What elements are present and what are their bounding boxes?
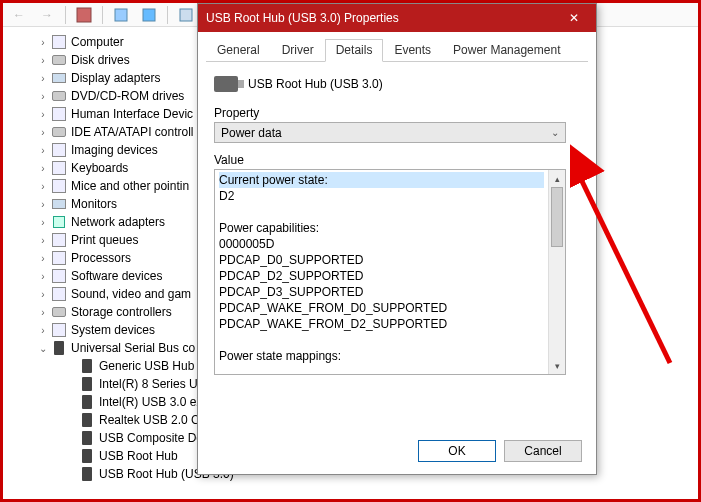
toolbar-sep: [102, 6, 103, 24]
scroll-down-icon[interactable]: ▾: [549, 357, 565, 374]
value-line[interactable]: [219, 332, 544, 348]
tab-details[interactable]: Details: [325, 39, 384, 62]
system-icon: [51, 322, 67, 338]
scroll-track[interactable]: [549, 187, 565, 357]
value-line[interactable]: Current power state:: [219, 172, 544, 188]
tree-item-label: Keyboards: [71, 161, 128, 175]
device-name: USB Root Hub (USB 3.0): [248, 77, 383, 91]
expander-icon[interactable]: ›: [37, 307, 49, 318]
expander-icon[interactable]: ›: [37, 217, 49, 228]
tab-driver[interactable]: Driver: [271, 39, 325, 62]
scrollbar[interactable]: ▴ ▾: [548, 170, 565, 374]
svg-rect-2: [143, 9, 155, 21]
tool-a[interactable]: [109, 5, 133, 25]
properties-dialog: USB Root Hub (USB 3.0) Properties ✕ Gene…: [197, 3, 597, 475]
expander-icon[interactable]: ›: [37, 271, 49, 282]
usb-icon: [79, 448, 95, 464]
expander-icon[interactable]: ›: [37, 325, 49, 336]
usb-icon: [79, 412, 95, 428]
tree-item-label: Generic USB Hub: [99, 359, 194, 373]
svg-rect-1: [115, 9, 127, 21]
tree-item-label: Computer: [71, 35, 124, 49]
value-line[interactable]: D2: [219, 188, 544, 204]
value-line[interactable]: PDCAP_WAKE_FROM_D2_SUPPORTED: [219, 316, 544, 332]
cancel-button[interactable]: Cancel: [504, 440, 582, 462]
ok-button[interactable]: OK: [418, 440, 496, 462]
expander-icon[interactable]: ›: [37, 91, 49, 102]
value-line[interactable]: PDCAP_D2_SUPPORTED: [219, 268, 544, 284]
value-line[interactable]: PDCAP_D3_SUPPORTED: [219, 284, 544, 300]
usb-icon: [79, 358, 95, 374]
hid-icon: [51, 106, 67, 122]
close-icon: ✕: [569, 11, 579, 25]
device-header: USB Root Hub (USB 3.0): [214, 76, 580, 92]
value-label: Value: [214, 153, 580, 167]
property-label: Property: [214, 106, 580, 120]
tree-item-label: Mice and other pointin: [71, 179, 189, 193]
tree-item-label: USB Composite Devi: [99, 431, 212, 445]
expander-icon[interactable]: ›: [37, 163, 49, 174]
close-button[interactable]: ✕: [552, 4, 596, 32]
tab-strip: GeneralDriverDetailsEventsPower Manageme…: [206, 38, 588, 62]
usb-icon: [214, 76, 238, 92]
expander-icon[interactable]: ›: [37, 73, 49, 84]
expander-icon[interactable]: ›: [37, 181, 49, 192]
expander-icon[interactable]: ⌄: [37, 343, 49, 354]
value-listbox[interactable]: Current power state:D2Power capabilities…: [214, 169, 566, 375]
toolbar-sep: [167, 6, 168, 24]
usb-icon: [79, 430, 95, 446]
up-button[interactable]: [72, 5, 96, 25]
value-line[interactable]: PDCAP_WAKE_FROM_D0_SUPPORTED: [219, 300, 544, 316]
monitor-icon: [51, 196, 67, 212]
tab-power-management[interactable]: Power Management: [442, 39, 571, 62]
forward-button[interactable]: →: [35, 5, 59, 25]
scroll-thumb[interactable]: [551, 187, 563, 247]
usb-icon: [79, 394, 95, 410]
expander-icon[interactable]: ›: [37, 235, 49, 246]
usb-icon: [79, 466, 95, 482]
tree-item-label: USB Root Hub: [99, 449, 178, 463]
tool-b[interactable]: [137, 5, 161, 25]
chevron-down-icon: ⌄: [551, 127, 559, 138]
expander-icon[interactable]: ›: [37, 37, 49, 48]
svg-rect-0: [77, 8, 91, 22]
sound-icon: [51, 286, 67, 302]
tab-events[interactable]: Events: [383, 39, 442, 62]
tool-c[interactable]: [174, 5, 198, 25]
expander-icon[interactable]: ›: [37, 253, 49, 264]
tree-item-label: DVD/CD-ROM drives: [71, 89, 184, 103]
tab-general[interactable]: General: [206, 39, 271, 62]
scroll-up-icon[interactable]: ▴: [549, 170, 565, 187]
expander-icon[interactable]: ›: [37, 55, 49, 66]
value-line[interactable]: 0000005D: [219, 236, 544, 252]
titlebar[interactable]: USB Root Hub (USB 3.0) Properties ✕: [198, 4, 596, 32]
tree-item-label: Disk drives: [71, 53, 130, 67]
expander-icon[interactable]: ›: [37, 199, 49, 210]
disk-icon: [51, 52, 67, 68]
expander-icon[interactable]: ›: [37, 109, 49, 120]
usb-icon: [51, 340, 67, 356]
mouse-icon: [51, 178, 67, 194]
cd-icon: [51, 88, 67, 104]
tree-item-label: Universal Serial Bus co: [71, 341, 195, 355]
expander-icon[interactable]: ›: [37, 145, 49, 156]
expander-icon[interactable]: ›: [37, 127, 49, 138]
property-select[interactable]: Power data ⌄: [214, 122, 566, 143]
expander-icon[interactable]: ›: [37, 289, 49, 300]
tree-item-label: Monitors: [71, 197, 117, 211]
storage-icon: [51, 304, 67, 320]
soft-icon: [51, 268, 67, 284]
tree-item-label: Print queues: [71, 233, 138, 247]
tree-item-label: System devices: [71, 323, 155, 337]
value-line[interactable]: Power state mappings:: [219, 348, 544, 364]
tree-item-label: Imaging devices: [71, 143, 158, 157]
tree-item-label: Network adapters: [71, 215, 165, 229]
value-line[interactable]: [219, 204, 544, 220]
tree-item-label: Human Interface Devic: [71, 107, 193, 121]
back-button[interactable]: ←: [7, 5, 31, 25]
value-line[interactable]: PDCAP_D0_SUPPORTED: [219, 252, 544, 268]
value-line[interactable]: Power capabilities:: [219, 220, 544, 236]
tree-item-label: Sound, video and gam: [71, 287, 191, 301]
camera-icon: [51, 142, 67, 158]
keyboard-icon: [51, 160, 67, 176]
